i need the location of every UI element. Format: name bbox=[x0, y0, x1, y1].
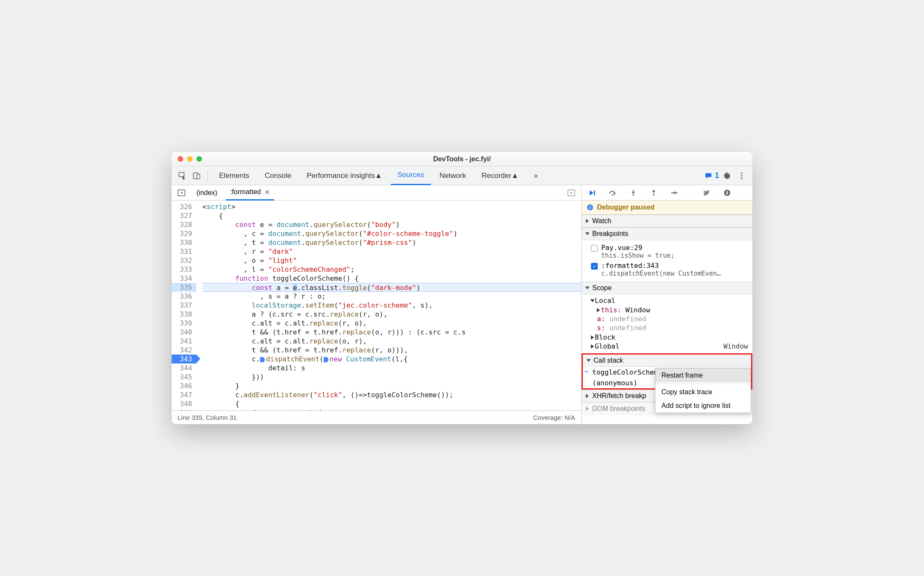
debugger-paused-banner: i Debugger paused bbox=[582, 201, 752, 215]
chevron-right-icon bbox=[586, 219, 589, 223]
ctx-copy-stack-trace[interactable]: Copy stack trace bbox=[655, 385, 751, 399]
tab-recorder[interactable]: Recorder ▲ bbox=[475, 166, 526, 185]
step-icon[interactable] bbox=[668, 186, 681, 199]
svg-point-5 bbox=[741, 177, 742, 179]
editor-tab-formatted[interactable]: :formatted ✕ bbox=[226, 185, 274, 201]
divider bbox=[208, 170, 208, 182]
chevron-down-icon bbox=[585, 287, 590, 290]
watch-panel-header[interactable]: Watch bbox=[582, 215, 752, 227]
mac-titlebar: DevTools - jec.fyi/ bbox=[172, 152, 752, 166]
svg-point-10 bbox=[632, 194, 634, 196]
cursor-position: Line 335, Column 31 bbox=[178, 414, 237, 421]
checkbox-icon[interactable] bbox=[591, 263, 598, 270]
tab-sources[interactable]: Sources bbox=[391, 166, 431, 185]
tab-performance-insights[interactable]: Performance insights ▲ bbox=[300, 166, 389, 185]
close-window-icon[interactable] bbox=[178, 156, 183, 162]
call-stack-panel: Call stack toggleColorScheme:formatted:3… bbox=[582, 353, 752, 390]
tab-console[interactable]: Console bbox=[258, 166, 298, 185]
code-editor[interactable]: 3263273283293303313323333343353363373383… bbox=[172, 201, 581, 410]
info-icon: i bbox=[587, 204, 594, 211]
breakpoint-item[interactable]: Pay.vue:29this.isShow = true; bbox=[591, 243, 748, 260]
svg-point-9 bbox=[612, 194, 613, 195]
toggle-device-toolbar-icon[interactable] bbox=[190, 169, 203, 182]
editor-statusbar: Line 335, Column 31 Coverage: N/A bbox=[172, 410, 581, 424]
chevron-right-icon bbox=[591, 344, 594, 349]
svg-rect-8 bbox=[594, 190, 595, 195]
breakpoint-item[interactable]: :formatted:343c.dispatchEvent(new Custom… bbox=[591, 261, 748, 278]
devtools-tabbar: Elements Console Performance insights ▲ … bbox=[172, 166, 752, 185]
breakpoints-panel-header[interactable]: Breakpoints bbox=[582, 227, 752, 240]
call-stack-context-menu: Restart frame Copy stack trace Add scrip… bbox=[655, 368, 751, 413]
call-stack-header[interactable]: Call stack bbox=[583, 355, 751, 367]
svg-rect-0 bbox=[179, 172, 184, 177]
breakpoints-panel: Pay.vue:29this.isShow = true;:formatted:… bbox=[582, 240, 752, 282]
svg-point-3 bbox=[741, 172, 742, 174]
svg-rect-2 bbox=[197, 175, 200, 179]
more-tabs[interactable]: » bbox=[527, 166, 544, 185]
zoom-window-icon[interactable] bbox=[196, 156, 202, 162]
traffic-lights bbox=[178, 156, 202, 162]
tab-elements[interactable]: Elements bbox=[212, 166, 256, 185]
svg-point-11 bbox=[653, 194, 655, 196]
checkbox-icon[interactable] bbox=[591, 245, 598, 252]
tab-network[interactable]: Network bbox=[433, 166, 473, 185]
settings-icon[interactable] bbox=[721, 169, 734, 182]
show-navigator-icon[interactable] bbox=[175, 186, 188, 199]
window-title: DevTools - jec.fyi/ bbox=[172, 155, 752, 163]
close-tab-icon[interactable]: ✕ bbox=[264, 188, 270, 196]
message-icon bbox=[705, 172, 712, 180]
deactivate-breakpoints-icon[interactable] bbox=[700, 186, 713, 199]
flask-icon: ▲ bbox=[511, 172, 518, 180]
run-snippet-icon[interactable] bbox=[565, 186, 578, 199]
resume-icon[interactable] bbox=[586, 186, 599, 199]
kebab-menu-icon[interactable] bbox=[735, 169, 748, 182]
pause-on-exceptions-icon[interactable] bbox=[721, 186, 734, 199]
coverage-status: Coverage: N/A bbox=[533, 414, 575, 421]
editor-pane: (index) :formatted ✕ 3263273283293303313… bbox=[172, 185, 582, 424]
inspect-element-icon[interactable] bbox=[176, 169, 189, 182]
main: (index) :formatted ✕ 3263273283293303313… bbox=[172, 185, 752, 424]
svg-point-4 bbox=[741, 175, 742, 176]
step-out-icon[interactable] bbox=[647, 186, 660, 199]
debugger-controls bbox=[582, 185, 752, 201]
ctx-add-to-ignore-list[interactable]: Add script to ignore list bbox=[655, 399, 751, 413]
chevron-right-icon bbox=[591, 335, 594, 340]
svg-rect-13 bbox=[726, 191, 727, 195]
scope-panel: Local this: Windowa: undefineds: undefin… bbox=[582, 294, 752, 353]
editor-tab-index[interactable]: (index) bbox=[192, 185, 222, 201]
svg-rect-14 bbox=[728, 191, 728, 195]
flask-icon: ▲ bbox=[375, 172, 382, 180]
svg-text:i: i bbox=[589, 205, 591, 210]
svg-point-12 bbox=[676, 192, 678, 194]
step-over-icon[interactable] bbox=[606, 186, 619, 199]
chevron-down-icon bbox=[587, 359, 591, 362]
devtools-window: DevTools - jec.fyi/ Elements Console Per… bbox=[172, 152, 752, 424]
ctx-restart-frame[interactable]: Restart frame bbox=[655, 369, 751, 382]
chevron-down-icon bbox=[591, 300, 595, 303]
minimize-window-icon[interactable] bbox=[187, 156, 193, 162]
debugger-sidebar: i Debugger paused Watch Breakpoints Pay.… bbox=[582, 185, 752, 424]
editor-tabs: (index) :formatted ✕ bbox=[172, 185, 581, 201]
issues-badge[interactable]: 1 bbox=[705, 171, 719, 180]
step-into-icon[interactable] bbox=[627, 186, 640, 199]
scope-panel-header[interactable]: Scope bbox=[582, 282, 752, 294]
chevron-right-icon bbox=[586, 394, 589, 398]
chevron-down-icon bbox=[585, 233, 590, 236]
chevron-right-icon bbox=[586, 407, 589, 411]
